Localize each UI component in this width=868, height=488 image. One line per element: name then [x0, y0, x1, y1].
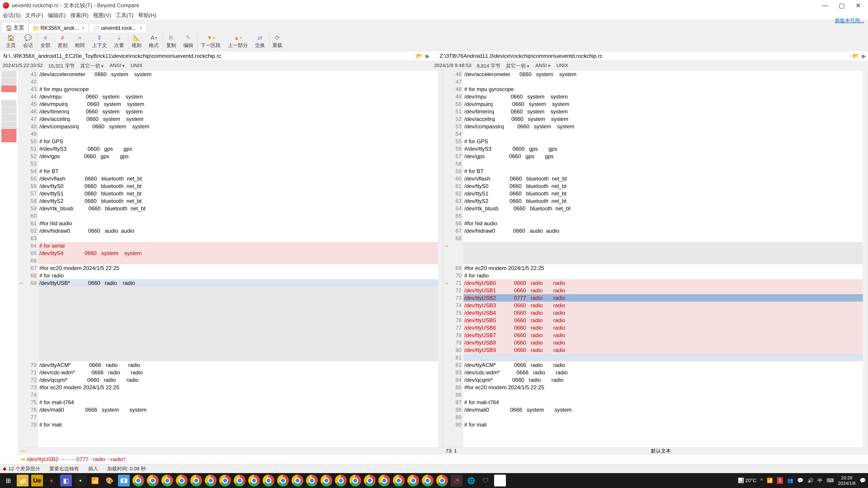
right-browse-icon[interactable]: 📂: [852, 52, 860, 60]
tab[interactable]: 📄ueventd.rock...×: [89, 23, 147, 33]
code-line[interactable]: [38, 212, 438, 220]
chrome-icon-19[interactable]: [393, 475, 405, 486]
chrome-icon-9[interactable]: [248, 475, 260, 486]
code-line[interactable]: #/dev/ttyS3 0600 gps gps: [463, 145, 863, 153]
browser-icon[interactable]: 🌐: [465, 475, 477, 486]
chrome-icon-21[interactable]: [422, 475, 434, 486]
code-line[interactable]: [38, 302, 438, 309]
toolbar-差别[interactable]: ≠差别: [55, 33, 71, 50]
code-line[interactable]: /dev/ttyS4 0660 system system: [38, 250, 438, 257]
code-line[interactable]: /dev/ttyUSB* 0660 radio radio: [38, 279, 438, 287]
code-line[interactable]: # for BT: [463, 167, 863, 175]
code-line[interactable]: # for mali: [38, 421, 438, 428]
toolbar-上一部分[interactable]: ▲▾上一部分: [225, 33, 251, 50]
new-version-link[interactable]: 新版本可用...: [835, 17, 864, 24]
code-line[interactable]: /dev/ttyUSB2 0777 radio radio: [463, 294, 863, 302]
code-line[interactable]: /dev/ttyUSB5 0660 radio radio: [463, 317, 863, 324]
chrome-icon-3[interactable]: [161, 475, 173, 486]
left-compare-icon[interactable]: ▶: [424, 52, 432, 60]
tab-close-icon[interactable]: ×: [82, 26, 85, 31]
code-line[interactable]: /dev/compassirq 0660 system system: [463, 123, 863, 130]
left-scrollbar[interactable]: [438, 70, 443, 447]
right-scrollbar[interactable]: [863, 70, 868, 447]
right-compare-icon[interactable]: ▶: [860, 52, 868, 60]
paint-icon[interactable]: 🎨: [103, 475, 115, 486]
code-line[interactable]: [463, 257, 863, 264]
chrome-icon-6[interactable]: [205, 475, 217, 486]
left-all[interactable]: 其它一切▼: [80, 63, 104, 69]
code-line[interactable]: [38, 130, 438, 138]
terminal-icon[interactable]: ▪: [74, 475, 86, 486]
toolbar-规则[interactable]: 📐规则: [128, 33, 145, 50]
weather-widget[interactable]: 📊 20°C: [738, 478, 756, 484]
toolbar-主页[interactable]: 🏠主页: [3, 33, 19, 50]
code-line[interactable]: #for ec20 modem 2024/1/5 22:25: [463, 384, 863, 391]
menu-item[interactable]: 搜索(R): [70, 12, 89, 19]
code-line[interactable]: /dev/cdc-wdm* 0666 radio radio: [463, 369, 863, 376]
left-browse-icon[interactable]: 📂: [415, 52, 424, 60]
code-line[interactable]: #for ec20 modem 2024/1/5 22:25: [38, 264, 438, 272]
toolbar-编辑[interactable]: ✎编辑: [180, 33, 196, 50]
code-line[interactable]: # for radio: [38, 272, 438, 279]
code-line[interactable]: /dev/vflash 0660 bluetooth net_bt: [463, 175, 863, 182]
chrome-icon-15[interactable]: [335, 475, 347, 486]
code-line[interactable]: [463, 250, 863, 257]
taskbar-clock[interactable]: 20:28 2024/1/8: [838, 475, 856, 486]
code-line[interactable]: /dev/gps 0660 gps gps: [38, 153, 438, 160]
explorer-icon[interactable]: 📁: [17, 475, 29, 486]
code-line[interactable]: /dev/mali0 0666 system system: [463, 406, 863, 414]
image-app-icon[interactable]: 🖼: [494, 475, 506, 486]
code-line[interactable]: /dev/qcqmi* 0660 radio radio: [463, 376, 863, 384]
code-line[interactable]: /dev/ttyUSB0 0660 radio radio: [463, 279, 863, 287]
right-all[interactable]: 其它一切▼: [506, 63, 530, 69]
code-line[interactable]: # for mali: [463, 421, 863, 428]
code-line[interactable]: /dev/mpu 0660 system system: [463, 93, 863, 100]
start-button[interactable]: ⊞: [2, 475, 14, 486]
code-line[interactable]: /dev/accelirq 0660 system system: [463, 115, 863, 123]
windows-taskbar[interactable]: ⊞ 📁 Ue ● ◧ ▪ 📶 🎨 📧 ◔ 🌐 🛡 🖼 📊 20°C ^ 📶 S …: [0, 473, 868, 488]
code-line[interactable]: [38, 414, 438, 421]
code-line[interactable]: # for GPS: [38, 138, 438, 145]
code-line[interactable]: [38, 257, 438, 264]
code-line[interactable]: /dev/ttyUSB7 0660 radio radio: [463, 331, 863, 339]
chrome-icon-13[interactable]: [306, 475, 318, 486]
code-line[interactable]: /dev/qcqmi* 0660 radio radio: [38, 376, 438, 384]
toolbar-次要[interactable]: ⇣次要: [111, 33, 127, 50]
code-line[interactable]: /dev/ttyS2 0660 bluetooth net_bt: [38, 197, 438, 205]
code-line[interactable]: # for mpu gyroscope: [463, 86, 863, 93]
code-line[interactable]: [38, 339, 438, 346]
toolbar-下一区段[interactable]: ▼▾下一区段: [197, 33, 224, 50]
toolbar-相同[interactable]: =相同: [72, 33, 88, 50]
chrome-icon-1[interactable]: [132, 475, 144, 486]
code-line[interactable]: /dev/ttyUSB6 0660 radio radio: [463, 324, 863, 331]
code-line[interactable]: #for hid audio: [38, 220, 438, 227]
code-line[interactable]: /dev/timerirq 0660 system system: [463, 108, 863, 115]
code-line[interactable]: #for hid audio: [463, 220, 863, 227]
code-line[interactable]: #for ec20 modem 2024/1/5 22:25: [38, 384, 438, 391]
code-line[interactable]: [38, 324, 438, 331]
code-line[interactable]: /dev/hidraw0 0660 audio audio: [38, 227, 438, 234]
code-line[interactable]: [463, 130, 863, 138]
code-line[interactable]: /dev/ttyUSB3 0660 radio radio: [463, 302, 863, 309]
notification-icon[interactable]: 💬: [860, 478, 866, 484]
code-line[interactable]: [463, 414, 863, 421]
code-line[interactable]: /dev/timerirq 0660 system system: [38, 108, 438, 115]
chrome-icon-5[interactable]: [190, 475, 202, 486]
code-line[interactable]: [38, 78, 438, 86]
left-path-input[interactable]: [1, 52, 414, 60]
chrome-icon-7[interactable]: [219, 475, 231, 486]
tray-up-icon[interactable]: ^: [761, 478, 763, 484]
right-path-input[interactable]: [437, 52, 851, 60]
right-encoding[interactable]: ANSI▼: [535, 63, 551, 69]
toolbar-会话[interactable]: 💬会话: [20, 33, 36, 50]
code-line[interactable]: # for serial: [38, 242, 438, 250]
code-line[interactable]: /dev/vflash 0660 bluetooth net_bt: [38, 175, 438, 182]
tab-close-icon[interactable]: ×: [140, 26, 143, 31]
wifi-icon[interactable]: 📶: [89, 475, 101, 486]
code-line[interactable]: /dev/ttyUSB8 0660 radio radio: [463, 339, 863, 346]
menu-item[interactable]: 帮助(H): [138, 12, 156, 19]
maximize-button[interactable]: ▢: [839, 2, 845, 9]
code-line[interactable]: /dev/ttyS2 0660 bluetooth net_bt: [463, 197, 863, 205]
code-line[interactable]: [463, 160, 863, 167]
menu-item[interactable]: 文件(F): [25, 12, 43, 19]
